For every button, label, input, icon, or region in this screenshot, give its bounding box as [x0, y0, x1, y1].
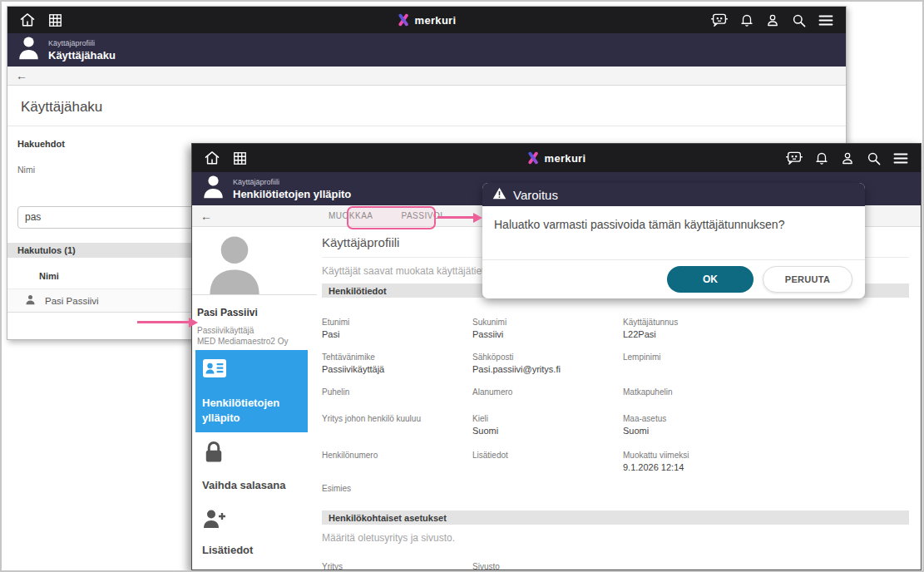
- menu-icon[interactable]: [892, 151, 909, 165]
- context-bar: Käyttäjäprofiili Käyttäjähaku: [7, 33, 846, 67]
- search-icon[interactable]: [791, 12, 807, 28]
- apps-grid-icon[interactable]: [232, 150, 248, 166]
- merkuri-logo-mark: [527, 152, 540, 165]
- personal-settings-section-header: Henkilökohtaiset asetukset: [322, 510, 909, 525]
- sidebar-item-personal-data[interactable]: Henkilötietojen ylläpito: [195, 350, 308, 432]
- person-icon: [24, 293, 37, 308]
- warning-triangle-icon: [492, 187, 506, 202]
- field-language: KieliSuomi: [472, 414, 623, 451]
- avatar-icon: [17, 36, 40, 64]
- annotation-box-passivoi: [347, 206, 436, 229]
- breadcrumb-context: Käyttäjäprofiili: [48, 39, 116, 47]
- back-arrow-icon[interactable]: ←: [16, 69, 27, 82]
- lock-icon: [202, 453, 225, 467]
- dialog-message: Haluatko varmasti passivoida tämän käytt…: [482, 206, 865, 231]
- sidebar-user-name: Pasi Passiivi: [197, 307, 312, 318]
- chatbot-icon[interactable]: [710, 12, 729, 27]
- breadcrumb-context: Käyttäjäprofiili: [233, 178, 351, 186]
- field-jobtitle: TehtävänimikePassiivikäyttäjä: [322, 353, 472, 387]
- cancel-button[interactable]: PERUUTA: [763, 266, 852, 293]
- ok-button[interactable]: OK: [667, 266, 754, 293]
- sidebar-item-label: Lisätiedot: [202, 543, 301, 558]
- annotation-arrow-result-to-profile: [137, 321, 189, 323]
- home-icon[interactable]: [204, 150, 220, 166]
- search-page-heading: Käyttäjähaku: [7, 86, 846, 126]
- app-top-bar: merkuri: [192, 144, 921, 172]
- field-phone: Puhelin: [322, 387, 472, 414]
- bell-icon[interactable]: [739, 12, 754, 28]
- apps-grid-icon[interactable]: [47, 12, 63, 28]
- home-icon[interactable]: [19, 12, 36, 28]
- sidebar-item-additional-info[interactable]: Lisätiedot: [195, 500, 308, 565]
- sidebar-item-change-password[interactable]: Vaihda salasana: [195, 432, 308, 500]
- settings-description: Määritä oletusyritys ja sivusto.: [322, 532, 909, 544]
- dialog-header: Varoitus: [482, 183, 865, 206]
- field-personnel-number: Henkilönumero: [322, 451, 472, 484]
- id-card-icon: [202, 367, 227, 382]
- divider: [7, 126, 846, 126]
- name-search-input[interactable]: [17, 206, 199, 229]
- field-username: KäyttäjätunnusL22Pasi: [623, 318, 909, 353]
- sidebar-item-label: Vaihda salasana: [202, 478, 301, 493]
- merkuri-logo: merkuri: [527, 152, 586, 165]
- field-nickname: Lempinimi: [623, 353, 909, 387]
- back-bar: ←: [7, 67, 846, 86]
- dialog-footer: OK PERUUTA: [482, 259, 865, 298]
- field-locale: Maa-asetusSuomi: [623, 414, 909, 451]
- person-add-icon: [202, 518, 227, 532]
- bell-icon[interactable]: [814, 150, 829, 166]
- settings-fields: YritysMED Mediamaestro2 Oy SivustoMediam…: [322, 562, 909, 570]
- merkuri-logo: merkuri: [398, 14, 457, 27]
- warning-dialog: Varoitus Haluatko varmasti passivoida tä…: [482, 183, 865, 298]
- field-default-company: YritysMED Mediamaestro2 Oy: [322, 562, 472, 570]
- field-last-modified: Muokattu viimeksi9.1.2026 12:14: [623, 451, 909, 484]
- field-mobile: Matkapuhelin: [623, 387, 909, 414]
- sidebar-item-label: Henkilötietojen ylläpito: [202, 396, 301, 425]
- sidebar-user-company: MED Mediamaestro2 Oy: [197, 337, 312, 346]
- merkuri-logo-mark: [398, 14, 410, 27]
- logo-text: merkuri: [545, 152, 586, 165]
- chatbot-icon[interactable]: [785, 150, 803, 165]
- avatar-icon: [202, 175, 225, 203]
- back-arrow-icon[interactable]: ←: [200, 210, 212, 223]
- field-additional-info: Lisätiedot: [472, 451, 623, 484]
- field-email: SähköpostiPasi.passiivi@yritys.fi: [472, 353, 623, 387]
- logo-text: merkuri: [415, 14, 457, 27]
- annotation-arrowhead: [189, 318, 198, 328]
- annotation-arrowhead: [473, 213, 482, 223]
- field-extension: Alanumero: [472, 387, 623, 414]
- dialog-title: Varoitus: [513, 188, 558, 202]
- search-icon[interactable]: [866, 150, 882, 166]
- avatar-placeholder: [192, 227, 317, 295]
- personal-data-fields: EtunimiPasi SukunimiPassiivi Käyttäjätun…: [322, 318, 909, 504]
- result-name: Pasi Passiivi: [45, 296, 99, 306]
- page-title: Henkilötietojen ylläpito: [233, 188, 351, 200]
- field-manager: Esimies: [322, 484, 472, 504]
- field-default-site: SivustoMediamaestro2 Oy: [472, 562, 909, 570]
- screenshot-canvas: merkuri: [0, 0, 924, 572]
- field-firstname: EtunimiPasi: [322, 318, 472, 353]
- field-company: Yritys johon henkilö kuuluu: [322, 414, 472, 451]
- annotation-arrow-passivoi-to-dialog: [437, 216, 475, 219]
- menu-icon[interactable]: [818, 13, 834, 27]
- profile-sidebar: Pasi Passiivi Passiivikäyttäjä MED Media…: [192, 227, 317, 570]
- user-icon[interactable]: [840, 150, 855, 166]
- sidebar-user-role: Passiivikäyttäjä: [197, 326, 312, 335]
- user-icon[interactable]: [765, 12, 780, 28]
- app-top-bar: merkuri: [7, 7, 846, 33]
- field-lastname: SukunimiPassiivi: [472, 318, 623, 353]
- page-title: Käyttäjähaku: [48, 49, 116, 62]
